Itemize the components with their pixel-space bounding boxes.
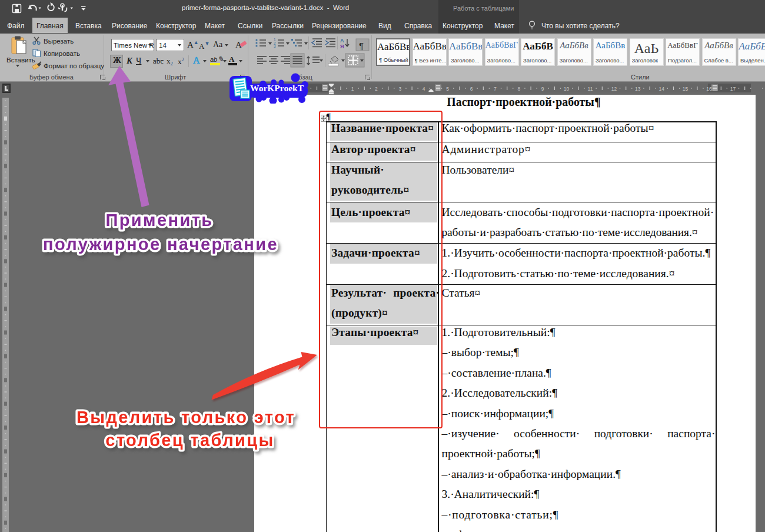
svg-text:17: 17	[730, 86, 736, 92]
svg-text:15: 15	[683, 86, 688, 92]
svg-text:3: 3	[274, 44, 276, 48]
svg-text:12: 12	[611, 86, 617, 92]
svg-text:16: 16	[706, 86, 712, 92]
svg-text:Я: Я	[340, 44, 344, 49]
svg-text:6: 6	[470, 86, 473, 92]
svg-text:7: 7	[494, 86, 497, 92]
svg-text:11: 11	[588, 86, 593, 92]
svg-text:5: 5	[446, 86, 449, 92]
svg-text:13: 13	[635, 86, 641, 92]
svg-text:1: 1	[351, 86, 354, 92]
svg-text:14: 14	[658, 86, 664, 92]
svg-text:А: А	[340, 38, 344, 44]
svg-text:10: 10	[564, 86, 570, 92]
svg-text:8: 8	[517, 86, 520, 92]
svg-text:3: 3	[398, 86, 401, 92]
svg-text:4: 4	[423, 86, 425, 92]
svg-text:WorKProekT: WorKProekT	[250, 83, 304, 93]
svg-text:2: 2	[375, 86, 378, 92]
svg-text:9: 9	[541, 86, 544, 92]
svg-text:¶: ¶	[359, 41, 364, 51]
